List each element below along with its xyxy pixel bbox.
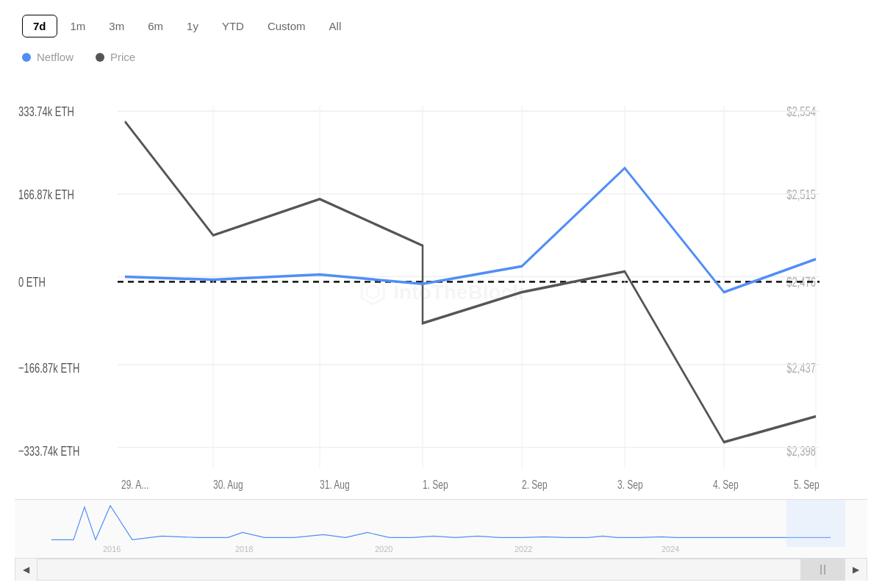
scroll-handle <box>820 564 825 575</box>
svg-text:5. Sep: 5. Sep <box>794 478 820 491</box>
svg-text:333.74k ETH: 333.74k ETH <box>18 104 74 119</box>
svg-text:$2,398: $2,398 <box>786 444 816 459</box>
mini-chart-svg: 2016 2018 2020 2022 2024 <box>15 500 867 558</box>
netflow-label: Netflow <box>37 51 74 63</box>
time-btn-1m[interactable]: 1m <box>60 15 96 37</box>
svg-text:2018: 2018 <box>235 545 253 553</box>
price-dot <box>96 53 104 62</box>
scroll-right-button[interactable]: ▶ <box>845 559 867 581</box>
svg-text:2022: 2022 <box>514 545 532 553</box>
time-btn-ytd[interactable]: YTD <box>212 15 254 37</box>
svg-text:4. Sep: 4. Sep <box>713 478 739 491</box>
svg-text:0 ETH: 0 ETH <box>18 275 46 290</box>
svg-text:2. Sep: 2. Sep <box>522 478 548 491</box>
time-btn-7d[interactable]: 7d <box>22 15 57 37</box>
svg-text:29. A...: 29. A... <box>121 478 148 491</box>
chart-legend: Netflow Price <box>15 51 867 63</box>
mini-chart: 2016 2018 2020 2022 2024 <box>15 500 867 559</box>
svg-text:2016: 2016 <box>103 545 121 553</box>
time-range-bar: 7d1m3m6m1yYTDCustomAll <box>15 15 867 37</box>
legend-netflow: Netflow <box>22 51 74 63</box>
svg-rect-39 <box>786 500 845 547</box>
time-btn-3m[interactable]: 3m <box>98 15 135 37</box>
netflow-dot <box>22 53 31 62</box>
svg-text:2020: 2020 <box>375 545 392 553</box>
chart-wrapper: IntoTheBlock 333.74k ETH 166.87k ETH 0 E… <box>15 85 867 581</box>
svg-text:2024: 2024 <box>662 545 679 553</box>
svg-text:−333.74k ETH: −333.74k ETH <box>18 444 79 459</box>
time-btn-all[interactable]: All <box>319 15 352 37</box>
time-btn-custom[interactable]: Custom <box>257 15 316 37</box>
svg-rect-33 <box>15 500 867 558</box>
svg-text:30. Aug: 30. Aug <box>213 478 243 491</box>
svg-text:−166.87k ETH: −166.87k ETH <box>18 361 79 376</box>
main-chart: IntoTheBlock 333.74k ETH 166.87k ETH 0 E… <box>15 85 867 500</box>
svg-text:166.87k ETH: 166.87k ETH <box>18 187 74 202</box>
scrollbar[interactable]: ◀ ▶ <box>15 559 867 581</box>
legend-price: Price <box>96 51 135 63</box>
scroll-left-button[interactable]: ◀ <box>15 559 37 581</box>
time-btn-1y[interactable]: 1y <box>176 15 209 37</box>
price-label: Price <box>110 51 135 63</box>
time-btn-6m[interactable]: 6m <box>137 15 173 37</box>
svg-text:31. Aug: 31. Aug <box>320 478 350 491</box>
svg-text:1. Sep: 1. Sep <box>423 478 448 491</box>
svg-text:$2,437: $2,437 <box>786 361 816 376</box>
scroll-thumb[interactable] <box>800 559 845 580</box>
main-container: 7d1m3m6m1yYTDCustomAll Netflow Price Int… <box>0 0 882 588</box>
scroll-track <box>37 559 845 580</box>
svg-text:3. Sep: 3. Sep <box>617 478 643 491</box>
main-chart-svg: 333.74k ETH 166.87k ETH 0 ETH −166.87k E… <box>15 85 867 499</box>
